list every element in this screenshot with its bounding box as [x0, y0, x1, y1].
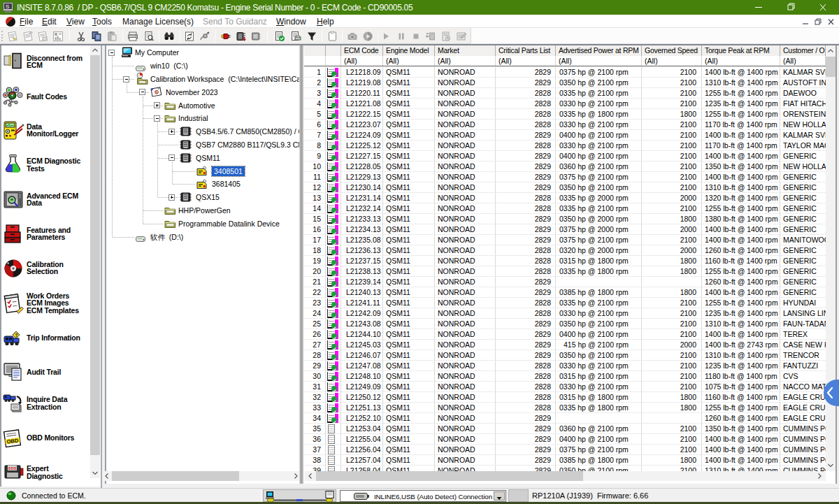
svg-text:?: ?	[15, 333, 17, 338]
svg-text:EDS: EDS	[8, 466, 17, 470]
svg-text:S: S	[6, 3, 9, 10]
